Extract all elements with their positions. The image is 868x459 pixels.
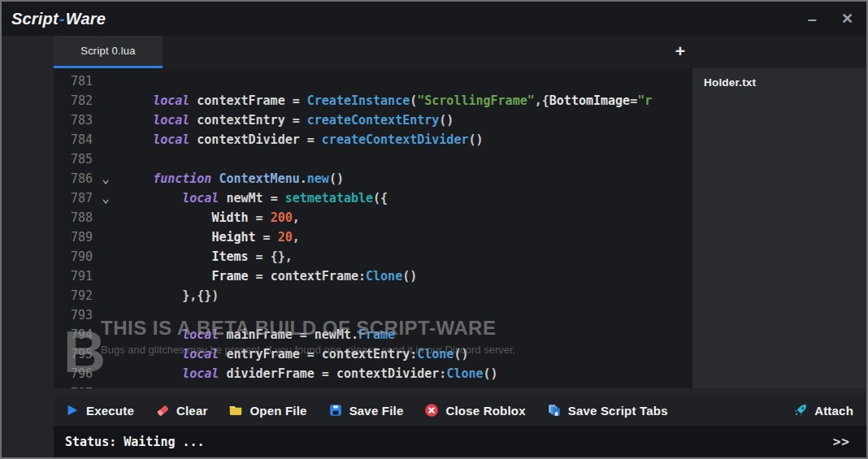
fold-gutter [93,227,119,247]
folder-icon [228,403,243,418]
save-file-button[interactable]: Save File [328,403,404,418]
fold-gutter [93,110,119,130]
code-text: local entryFrame = contextEntry:Clone() [119,344,692,364]
code-text: local dividerFrame = contextDivider:Clon… [119,364,692,383]
editor-row: 781782 local contextFrame = CreateInstan… [54,68,866,388]
app-title-left: Script [11,10,59,28]
code-text: Items = {}, [119,247,692,266]
line-number: 782 [54,91,93,110]
line-number: 789 [54,227,93,247]
code-line: 783 local contextEntry = createContextEn… [54,110,692,130]
code-text: local contextEntry = createContextEntry(… [119,110,692,130]
body-row: Script 0.lua + 781782 local contextFrame… [2,36,866,457]
tab-label: Script 0.lua [80,45,135,57]
fold-chevron-icon[interactable]: ⌄ [93,169,119,188]
code-line: 782 local contextFrame = CreateInstance(… [54,91,692,110]
line-number: 783 [54,110,93,130]
code-line: 788 Width = 200, [54,208,692,227]
line-number: 786 [54,169,93,188]
code-line: 791 Frame = contextFrame:Clone() [54,266,692,286]
code-text: local mainFrame = newMt.Frame [119,325,692,344]
line-number: 791 [54,266,93,286]
eraser-icon [155,403,170,418]
code-line: 795 local entryFrame = contextEntry:Clon… [54,344,692,364]
fold-gutter [93,286,119,305]
tabs-stack-icon [547,403,562,418]
attach-button[interactable]: Attach [793,403,853,418]
line-number: 788 [54,208,93,227]
open-file-label: Open File [250,404,306,418]
execute-button[interactable]: Execute [65,403,134,418]
title-bar[interactable]: Script-Ware – ✕ [2,2,866,36]
left-margin-strip [2,36,54,457]
code-text: local contextFrame = CreateInstance("Scr… [119,91,692,110]
expand-console-button[interactable]: >> [833,434,850,449]
save-script-tabs-label: Save Script Tabs [568,404,668,418]
line-number: 785 [54,149,93,169]
play-icon [65,403,80,418]
line-number: 796 [54,364,93,383]
line-number: 793 [54,305,93,325]
rocket-icon [793,403,808,418]
line-number: 792 [54,286,93,305]
tab-script-0[interactable]: Script 0.lua [54,36,163,68]
line-number: 781 [54,71,93,91]
minimize-button[interactable]: – [808,11,817,26]
app-window: Script-Ware – ✕ Script 0.lua + 781782 lo… [0,0,868,459]
fold-gutter [93,149,119,169]
code-text [119,71,692,91]
code-line: 786⌄ function ContextMenu.new() [54,169,692,188]
fold-gutter [93,364,119,383]
line-number: 797 [54,383,93,388]
fold-gutter [93,344,119,364]
execute-label: Execute [86,404,134,418]
code-line: 784 local contextDivider = createContext… [54,130,692,149]
code-line: 792 },{}) [54,286,692,305]
code-text [119,305,692,325]
clear-label: Clear [176,404,208,418]
code-text: function ContextMenu.new() [119,169,692,188]
close-roblox-button[interactable]: Close Roblox [424,403,525,418]
code-text: local contextDivider = createContextDivi… [119,130,692,149]
code-text: local newMt = setmetatable({ [119,188,692,208]
code-text: },{}) [119,286,692,305]
script-list-item[interactable]: Holder.txt [704,76,855,89]
code-editor[interactable]: 781782 local contextFrame = CreateInstan… [54,68,692,388]
tab-bar: Script 0.lua + [54,36,866,68]
code-text: Frame = contextFrame:Clone() [119,266,692,286]
code-line: 797 [54,383,692,388]
app-title-right: Ware [66,10,106,28]
clear-button[interactable]: Clear [155,403,208,418]
close-button[interactable]: ✕ [841,11,853,26]
fold-gutter [93,208,119,227]
code-line: 796 local dividerFrame = contextDivider:… [54,364,692,383]
fold-chevron-icon[interactable]: ⌄ [93,188,119,208]
toolbar: Execute Clear Open File Save File Close … [54,395,866,426]
line-number: 784 [54,130,93,149]
app-title: Script-Ware [11,10,106,28]
line-number: 790 [54,247,93,266]
fold-gutter [93,383,119,388]
code-line: 787⌄ local newMt = setmetatable({ [54,188,692,208]
code-line: 794 local mainFrame = newMt.Frame [54,325,692,344]
code-line: 781 [54,71,692,91]
fold-gutter [93,71,119,91]
fold-gutter [93,91,119,110]
script-list-panel: Holder.txt [692,68,866,388]
fold-gutter [93,325,119,344]
line-number: 795 [54,344,93,364]
status-text: Status: Waiting ... [65,435,205,449]
new-tab-button[interactable]: + [668,36,692,66]
fold-gutter [93,305,119,325]
code-text: Height = 20, [119,227,692,247]
close-circle-icon [424,403,439,418]
main-column: Script 0.lua + 781782 local contextFrame… [54,36,866,457]
save-script-tabs-button[interactable]: Save Script Tabs [547,403,668,418]
save-file-label: Save File [349,404,404,418]
code-lines: 781782 local contextFrame = CreateInstan… [54,71,692,388]
code-line: 793 [54,305,692,325]
code-line: 789 Height = 20, [54,227,692,247]
fold-gutter [93,266,119,286]
floppy-icon [328,403,343,418]
open-file-button[interactable]: Open File [228,403,306,418]
